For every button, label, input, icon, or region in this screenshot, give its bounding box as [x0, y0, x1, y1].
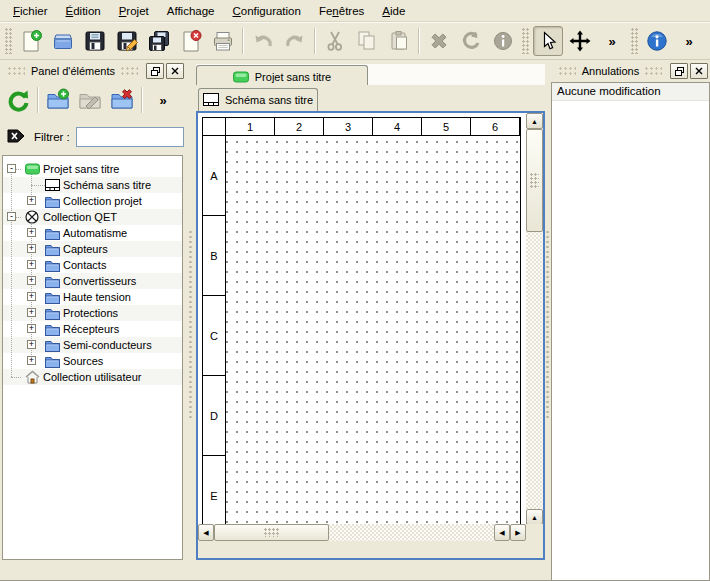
- up-arrow-icon: ▲: [531, 514, 538, 521]
- print-icon: [212, 30, 234, 52]
- scroll-up-button[interactable]: ▲: [526, 113, 543, 129]
- expand-toggle[interactable]: +: [27, 308, 36, 317]
- panel-overflow-button[interactable]: »: [148, 85, 178, 115]
- left-splitter[interactable]: [186, 62, 196, 581]
- select-mode-button[interactable]: [533, 26, 563, 56]
- scroll-left-button[interactable]: ◀: [198, 524, 214, 541]
- menu-aide[interactable]: Aide: [373, 2, 414, 20]
- tree-item-collection-projet[interactable]: +Collection projet: [3, 193, 182, 209]
- float-panel-button[interactable]: [670, 63, 688, 79]
- expand-toggle[interactable]: +: [27, 292, 36, 301]
- elements-panel-titlebar[interactable]: Panel d'éléments: [0, 62, 186, 80]
- new-category-button[interactable]: [43, 85, 73, 115]
- scroll-right-button[interactable]: ▶: [510, 524, 526, 541]
- left-arrow-icon: ◀: [499, 529, 504, 537]
- tree-item-label: Projet sans titre: [43, 163, 119, 175]
- delete-category-button[interactable]: [107, 85, 137, 115]
- row-header-column: ABCDE: [203, 136, 226, 536]
- filter-row: Filtrer :: [6, 126, 184, 148]
- menu-affichage[interactable]: Affichage: [158, 2, 224, 20]
- column-header-row: 123456: [203, 118, 520, 136]
- toolbar-separator: [418, 28, 420, 54]
- tree-item-capteurs[interactable]: +Capteurs: [3, 241, 182, 257]
- close-icon: [695, 67, 703, 75]
- save-button[interactable]: [80, 26, 110, 56]
- right-arrow-icon: ▶: [515, 529, 520, 537]
- filter-input[interactable]: [76, 127, 184, 147]
- edit-category-button: [75, 85, 105, 115]
- save-as-button[interactable]: [112, 26, 142, 56]
- menu-projet[interactable]: Projet: [110, 2, 158, 20]
- collapse-toggle[interactable]: -: [7, 164, 16, 173]
- tree-item-label: Semi-conducteurs: [63, 339, 152, 351]
- toolbar-grip: [631, 28, 638, 54]
- tree-item-automatisme[interactable]: +Automatisme: [3, 225, 182, 241]
- cursor-icon: [537, 30, 559, 52]
- info-blue-icon: [646, 30, 668, 52]
- menu-edition[interactable]: Édition: [57, 2, 110, 20]
- elements-tree[interactable]: -Projet sans titreSchéma sans titre+Coll…: [2, 155, 183, 560]
- undo-panel-titlebar[interactable]: Annulations: [551, 62, 710, 80]
- tree-item-protections[interactable]: +Protections: [3, 305, 182, 321]
- diagram-view: 123456 ABCDE ▲ ▲ ▼ ◀ ◀ ▶: [196, 111, 545, 560]
- about-qet-button[interactable]: [642, 26, 672, 56]
- undo-list-item[interactable]: Aucune modification: [552, 83, 709, 101]
- cut-button: [320, 26, 350, 56]
- diagram-corner-cell: [203, 118, 226, 136]
- expand-toggle[interactable]: +: [27, 340, 36, 349]
- open-document-button[interactable]: [48, 26, 78, 56]
- tree-item-label: Automatisme: [63, 227, 127, 239]
- help-overflow-button[interactable]: »: [674, 26, 704, 56]
- save-as-icon: [116, 30, 138, 52]
- expand-toggle[interactable]: +: [27, 196, 36, 205]
- folder-icon: [45, 354, 60, 368]
- undo-history-list[interactable]: Aucune modification: [551, 82, 710, 581]
- expand-toggle[interactable]: +: [27, 260, 36, 269]
- tab-schema[interactable]: Schéma sans titre: [198, 88, 318, 111]
- float-panel-button[interactable]: [146, 63, 164, 79]
- diagram-column-1: 1: [226, 118, 275, 136]
- new-document-button[interactable]: [16, 26, 46, 56]
- menu-fichier[interactable]: Fichier: [4, 2, 57, 20]
- expand-toggle[interactable]: +: [27, 228, 36, 237]
- expand-toggle[interactable]: +: [27, 244, 36, 253]
- close-panel-button[interactable]: [166, 63, 184, 79]
- tree-item-contacts[interactable]: +Contacts: [3, 257, 182, 273]
- tree-branch-line: [11, 377, 21, 378]
- close-document-button[interactable]: [176, 26, 206, 56]
- close-panel-button[interactable]: [690, 63, 708, 79]
- tree-item-sources[interactable]: +Sources: [3, 353, 182, 369]
- info-gray-icon: [492, 30, 514, 52]
- vertical-scrollbar[interactable]: ▲ ▲ ▼: [526, 113, 543, 541]
- reload-collections-button[interactable]: [3, 85, 33, 115]
- expand-toggle[interactable]: +: [27, 276, 36, 285]
- save-all-button[interactable]: [144, 26, 174, 56]
- menu-configuration[interactable]: Configuration: [224, 2, 310, 20]
- scroll-up-button-2[interactable]: ▲: [526, 509, 543, 525]
- horizontal-scroll-thumb[interactable]: [214, 524, 329, 541]
- scroll-left-button-2[interactable]: ◀: [494, 524, 510, 541]
- tree-item-semi-conducteurs[interactable]: +Semi-conducteurs: [3, 337, 182, 353]
- tab-project[interactable]: Projet sans titre: [196, 65, 368, 87]
- vertical-scroll-thumb[interactable]: [526, 129, 543, 232]
- modes-overflow-button[interactable]: »: [597, 26, 627, 56]
- tab-schema-label: Schéma sans titre: [225, 94, 313, 106]
- tree-item-collection-utilisateur[interactable]: Collection utilisateur: [3, 369, 182, 385]
- tree-item-haute-tension[interactable]: +Haute tension: [3, 289, 182, 305]
- print-button[interactable]: [208, 26, 238, 56]
- clear-filter-button[interactable]: [6, 128, 26, 146]
- tree-item-recepteurs[interactable]: +Récepteurs: [3, 321, 182, 337]
- expand-toggle[interactable]: +: [27, 324, 36, 333]
- tree-item-projet-sans-titre[interactable]: -Projet sans titre: [3, 161, 182, 177]
- menu-fenetres[interactable]: Fenêtres: [310, 2, 373, 20]
- tree-item-convertisseurs[interactable]: +Convertisseurs: [3, 273, 182, 289]
- dock-handle-texture: [8, 67, 25, 75]
- collapse-toggle[interactable]: -: [7, 212, 16, 221]
- copy-button: [352, 26, 382, 56]
- diagram-canvas[interactable]: 123456 ABCDE: [198, 113, 526, 541]
- pan-mode-button[interactable]: [565, 26, 595, 56]
- expand-toggle[interactable]: +: [27, 356, 36, 365]
- tree-item-schema-sans-titre[interactable]: Schéma sans titre: [3, 177, 182, 193]
- tree-item-collection-qet[interactable]: -Collection QET: [3, 209, 182, 225]
- horizontal-scrollbar[interactable]: ◀ ◀ ▶: [198, 524, 526, 541]
